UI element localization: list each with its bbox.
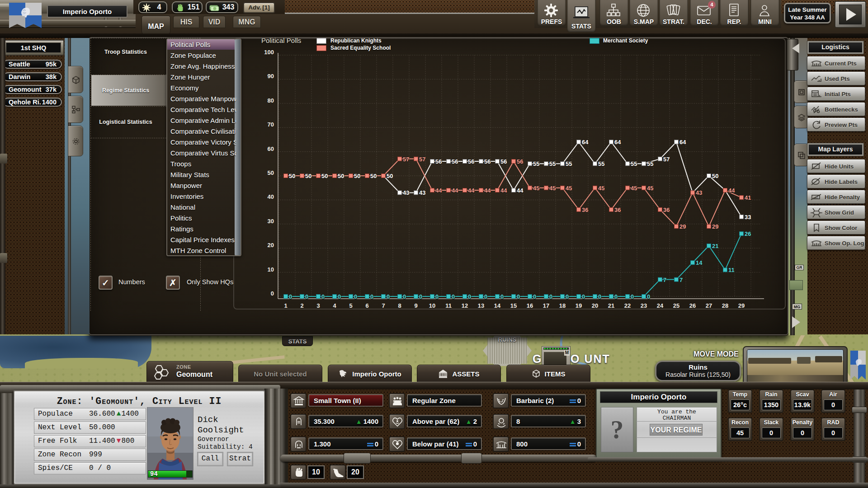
svg-text:29: 29 <box>738 302 745 309</box>
svg-text:64: 64 <box>614 139 621 145</box>
svg-text:22: 22 <box>624 302 631 309</box>
svg-text:18: 18 <box>559 302 566 309</box>
svg-text:0: 0 <box>370 293 373 300</box>
svg-text:0: 0 <box>614 293 618 300</box>
svg-text:0: 0 <box>305 293 308 300</box>
svg-text:8: 8 <box>398 302 401 309</box>
svg-text:0: 0 <box>566 293 569 300</box>
svg-text:0: 0 <box>647 293 650 300</box>
svg-text:55: 55 <box>647 160 653 167</box>
svg-text:55: 55 <box>549 160 556 167</box>
svg-text:10: 10 <box>429 302 435 309</box>
svg-text:7: 7 <box>663 277 666 283</box>
svg-text:20: 20 <box>592 302 598 309</box>
svg-text:24: 24 <box>657 302 664 309</box>
svg-text:100: 100 <box>264 49 274 56</box>
svg-text:17: 17 <box>543 302 549 309</box>
svg-text:40: 40 <box>268 193 274 200</box>
svg-text:45: 45 <box>631 185 637 192</box>
svg-text:50: 50 <box>712 173 718 179</box>
svg-text:43: 43 <box>696 189 702 196</box>
svg-text:25: 25 <box>673 302 679 309</box>
svg-text:0: 0 <box>387 293 390 300</box>
svg-text:16: 16 <box>527 302 533 309</box>
svg-text:44: 44 <box>500 187 507 194</box>
svg-text:0: 0 <box>631 293 634 300</box>
svg-text:0: 0 <box>403 293 406 300</box>
svg-text:0: 0 <box>354 293 357 300</box>
svg-text:55: 55 <box>598 160 604 167</box>
svg-text:2: 2 <box>300 302 303 309</box>
svg-text:28: 28 <box>722 302 728 309</box>
svg-text:44: 44 <box>435 187 442 194</box>
svg-text:21: 21 <box>608 302 614 309</box>
svg-text:45: 45 <box>566 185 572 192</box>
svg-text:19: 19 <box>576 302 582 309</box>
svg-text:0: 0 <box>435 293 439 300</box>
svg-text:50: 50 <box>370 173 377 179</box>
svg-text:45: 45 <box>647 185 653 192</box>
svg-text:0: 0 <box>419 293 422 300</box>
svg-text:0: 0 <box>271 290 274 297</box>
svg-text:55: 55 <box>631 160 637 167</box>
svg-text:36: 36 <box>663 206 670 213</box>
svg-text:57: 57 <box>403 156 409 163</box>
svg-text:3: 3 <box>316 302 320 309</box>
svg-text:5: 5 <box>349 302 352 309</box>
svg-text:56: 56 <box>452 158 458 165</box>
svg-text:7: 7 <box>679 277 683 283</box>
svg-text:43: 43 <box>403 189 409 196</box>
svg-text:44: 44 <box>517 187 524 194</box>
svg-text:56: 56 <box>517 158 523 165</box>
svg-text:0: 0 <box>289 293 292 300</box>
svg-text:0: 0 <box>582 293 585 300</box>
svg-text:0: 0 <box>517 293 520 300</box>
svg-text:11: 11 <box>445 302 452 309</box>
svg-text:0: 0 <box>500 293 504 300</box>
svg-text:60: 60 <box>268 145 274 152</box>
svg-text:45: 45 <box>533 185 539 192</box>
svg-text:57: 57 <box>663 156 670 163</box>
svg-text:26: 26 <box>689 302 696 309</box>
svg-text:50: 50 <box>354 173 360 179</box>
svg-text:0: 0 <box>468 293 471 300</box>
svg-text:12: 12 <box>462 302 468 309</box>
svg-text:27: 27 <box>706 302 712 309</box>
svg-text:10: 10 <box>268 266 274 273</box>
svg-text:33: 33 <box>745 214 751 221</box>
svg-text:55: 55 <box>566 160 572 167</box>
svg-text:56: 56 <box>468 158 474 165</box>
svg-text:7: 7 <box>382 302 385 309</box>
svg-text:45: 45 <box>549 185 556 192</box>
svg-text:50: 50 <box>268 169 274 176</box>
svg-text:0: 0 <box>338 293 341 300</box>
svg-text:0: 0 <box>549 293 552 300</box>
svg-text:29: 29 <box>712 223 718 230</box>
svg-text:56: 56 <box>435 158 442 165</box>
svg-text:56: 56 <box>500 158 507 165</box>
svg-text:44: 44 <box>484 187 491 194</box>
svg-text:50: 50 <box>387 173 393 179</box>
svg-text:43: 43 <box>419 189 425 196</box>
svg-text:36: 36 <box>614 206 621 213</box>
svg-text:0: 0 <box>484 293 487 300</box>
svg-text:44: 44 <box>728 187 735 194</box>
svg-text:90: 90 <box>268 73 274 80</box>
svg-text:21: 21 <box>712 243 718 249</box>
svg-text:9: 9 <box>414 302 417 309</box>
svg-text:1: 1 <box>284 302 287 309</box>
svg-text:70: 70 <box>268 121 274 128</box>
svg-text:0: 0 <box>452 293 455 300</box>
svg-text:6: 6 <box>365 302 368 309</box>
svg-text:13: 13 <box>478 302 484 309</box>
svg-text:0: 0 <box>321 293 325 300</box>
svg-text:55: 55 <box>533 160 539 167</box>
svg-text:50: 50 <box>289 173 295 179</box>
svg-text:4: 4 <box>333 302 336 309</box>
svg-text:50: 50 <box>305 173 311 179</box>
svg-text:57: 57 <box>419 156 425 163</box>
svg-text:29: 29 <box>679 223 686 230</box>
svg-text:15: 15 <box>510 302 517 309</box>
svg-text:0: 0 <box>598 293 601 300</box>
svg-text:20: 20 <box>268 242 274 249</box>
